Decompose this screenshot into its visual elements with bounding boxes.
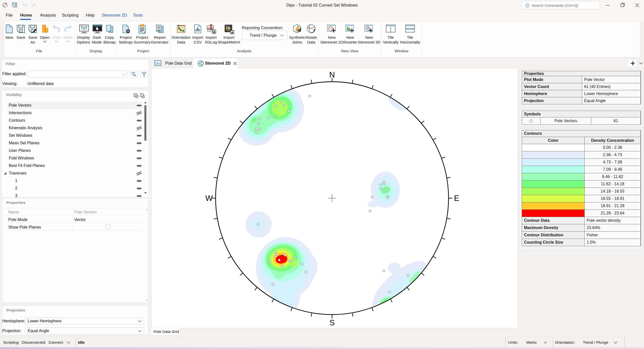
svg-text:W: W (205, 194, 213, 203)
svg-text:N: N (329, 70, 335, 79)
svg-text:S: S (330, 318, 335, 327)
svg-text:E: E (454, 194, 459, 203)
